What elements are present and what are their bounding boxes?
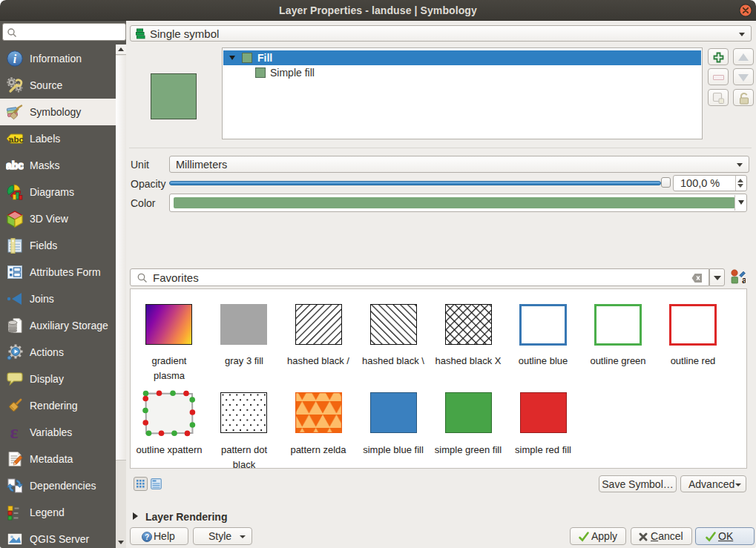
svg-text:a: a	[742, 275, 746, 284]
svg-text:i: i	[13, 53, 17, 65]
svg-text:ε: ε	[10, 423, 18, 441]
svg-text:abc: abc	[6, 159, 24, 171]
svg-text:abc: abc	[9, 135, 24, 144]
svg-text:?: ?	[145, 533, 149, 541]
